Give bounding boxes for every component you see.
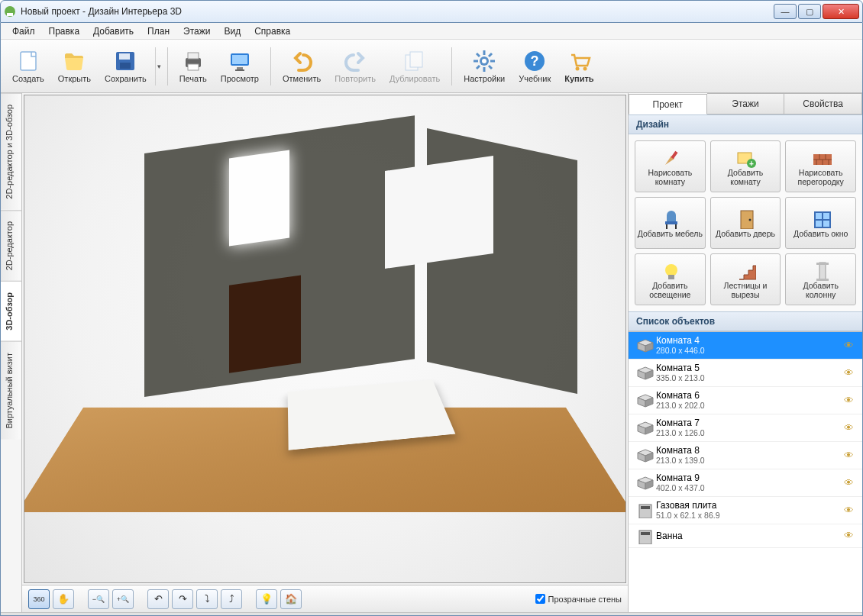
menu-этажи[interactable]: Этажи [176,24,217,38]
visibility-eye-icon[interactable]: 👁 [844,505,856,516]
stairs-icon [735,260,756,281]
visibility-eye-icon[interactable]: 👁 [844,530,856,541]
buy-button[interactable]: Купить [558,46,600,86]
undo-button[interactable]: Отменить [276,46,328,86]
appliance-icon [635,527,656,544]
object-dims: 402.0 x 437.0 [656,483,844,493]
viewtool-tiltu[interactable]: ⤴ [221,589,242,609]
viewtool-rot360[interactable]: 360 [28,589,50,609]
left-tab-both[interactable]: 2D-редактор и 3D-обзор [1,93,21,210]
design-grid: Нарисовать комнатуДобавить комнатуНарисо… [629,134,862,311]
viewtool-rotr[interactable]: ↷ [172,589,193,609]
menu-добавить[interactable]: Добавить [86,24,141,38]
viewtool-light[interactable]: 💡 [256,589,277,609]
left-tab-3d[interactable]: 3D-обзор [1,281,21,341]
left-tab-2d[interactable]: 2D-редактор [1,210,21,281]
floppy-icon [113,49,137,73]
box-icon [635,337,656,353]
undo-icon [289,49,314,73]
close-button[interactable]: ✕ [823,4,859,19]
print-button[interactable]: Печать [173,46,214,86]
add-room-button[interactable]: Добавить комнату [710,140,781,192]
viewtool-home[interactable]: 🏠 [280,589,302,609]
draw-partition-button[interactable]: Нарисовать перегородку [785,140,856,192]
object-row-bath[interactable]: Ванна 👁 [629,524,862,548]
menu-план[interactable]: План [141,24,176,38]
right-tab-floors[interactable]: Этажи [707,93,785,114]
object-name: Ванна [656,531,844,541]
preview-button[interactable]: Просмотр [214,46,266,86]
visibility-eye-icon[interactable]: 👁 [844,395,856,406]
viewtool-tiltd[interactable]: ⤵ [196,589,218,609]
visibility-eye-icon[interactable]: 👁 [844,367,856,379]
object-name: Комната 5 [656,363,844,373]
object-row-room9[interactable]: Комната 9402.0 x 437.0 👁 [629,469,862,497]
toolbar-label: Создать [12,74,44,83]
object-name: Комната 9 [656,472,844,483]
add-light-button[interactable]: Добавить освещение [635,253,706,305]
section-objects-header: Список объектов [629,311,862,331]
draw-room-button[interactable]: Нарисовать комнату [635,140,706,192]
maximize-button[interactable]: ▢ [798,4,821,19]
view-tools: 360✋−🔍+🔍↶↷⤵⤴💡🏠 Прозрачные стены [22,585,628,612]
right-tab-props[interactable]: Свойства [784,93,862,114]
menu-справка[interactable]: Справка [247,24,297,38]
minimize-button[interactable]: — [774,4,797,19]
viewtool-zoomin[interactable]: +🔍 [112,589,134,609]
right-tab-project[interactable]: Проект [629,94,707,114]
design-button-label: Добавить окно [794,229,848,238]
viewtool-pan[interactable]: ✋ [53,589,74,609]
save-button[interactable]: Сохранить [98,46,154,86]
app-icon [4,5,16,18]
visibility-eye-icon[interactable]: 👁 [844,340,856,351]
toolbar-label: Купить [564,74,593,83]
transparent-walls-checkbox[interactable]: Прозрачные стены [535,594,622,604]
design-button-label: Добавить комнату [713,168,779,186]
visibility-eye-icon[interactable]: 👁 [844,450,856,461]
gear-icon [472,49,496,73]
design-button-label: Нарисовать перегородку [787,168,854,186]
object-dims: 213.0 x 202.0 [656,401,844,411]
brush-icon [659,147,680,168]
left-tabs: 2D-редактор и 3D-обзор2D-редактор3D-обзо… [1,93,22,612]
toolbar-label: Печать [179,74,207,83]
object-row-stove[interactable]: Газовая плита51.0 x 62.1 x 86.9 👁 [629,497,862,524]
bulb-icon [659,260,680,281]
visibility-eye-icon[interactable]: 👁 [844,422,856,434]
visibility-eye-icon[interactable]: 👁 [844,477,856,489]
section-design-header: Дизайн [629,114,862,134]
open-button[interactable]: Открыть [51,46,98,86]
toolbar-label: Отменить [283,74,321,83]
dup-button: Дублировать [383,46,447,86]
viewtool-zoomout[interactable]: −🔍 [88,589,109,609]
menu-вид[interactable]: Вид [217,24,247,38]
object-dims: 213.0 x 126.0 [656,428,844,438]
add-door-button[interactable]: Добавить дверь [710,197,781,249]
toolbar-label: Дублировать [389,74,440,83]
design-button-label: Нарисовать комнату [637,168,703,186]
create-button[interactable]: Создать [5,46,51,86]
object-row-room4[interactable]: Комната 4280.0 x 446.0 👁 [629,332,862,360]
menubar: ФайлПравкаДобавитьПланЭтажиВидСправка [1,23,862,40]
3d-viewport[interactable] [24,95,626,583]
object-row-room7[interactable]: Комната 7213.0 x 126.0 👁 [629,414,862,442]
object-row-room5[interactable]: Комната 5335.0 x 213.0 👁 [629,360,862,387]
object-name: Комната 7 [656,418,844,428]
object-row-room6[interactable]: Комната 6213.0 x 202.0 👁 [629,387,862,414]
add-window-button[interactable]: Добавить окно [785,197,856,249]
menu-правка[interactable]: Правка [42,24,87,38]
viewtool-rotl[interactable]: ↶ [147,589,169,609]
menu-файл[interactable]: Файл [5,24,42,38]
object-row-room8[interactable]: Комната 8213.0 x 139.0 👁 [629,442,862,469]
toolbar-separator [451,47,452,85]
chair-icon [659,208,680,229]
add-furniture-button[interactable]: Добавить мебель [635,197,706,249]
save-dropdown[interactable]: ▾ [155,47,163,85]
left-tab-tour[interactable]: Виртуальный визит [1,341,21,440]
help-button[interactable]: Учебник [512,46,558,86]
prefs-button[interactable]: Настройки [457,46,512,86]
add-column-button[interactable]: Добавить колонну [785,253,856,305]
stairs-button[interactable]: Лестницы и вырезы [710,253,781,305]
object-dims: 280.0 x 446.0 [656,346,844,356]
window-icon [810,208,832,229]
